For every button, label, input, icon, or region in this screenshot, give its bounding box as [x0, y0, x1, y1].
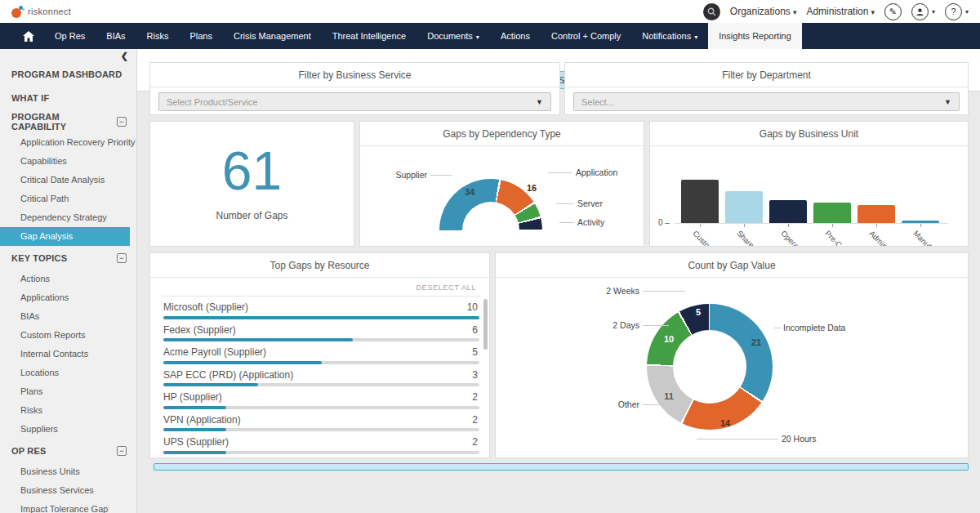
resource-label: Acme Payroll (Supplier)	[163, 346, 266, 358]
nav-item-actions[interactable]: Actions	[490, 23, 541, 49]
bar-administra[interactable]	[858, 205, 895, 223]
resource-label: SAP ECC (PRD) (Application)	[163, 369, 293, 381]
nav-item-risks[interactable]: Risks	[136, 23, 180, 49]
callout-line	[643, 325, 669, 326]
chevron-down-icon: ▾	[476, 33, 479, 41]
sidebar-item-applications[interactable]: Applications	[0, 288, 136, 307]
bar-operations[interactable]	[769, 200, 807, 223]
chevron-down-icon: ▼	[944, 98, 951, 106]
resource-bar-track	[163, 428, 479, 431]
sidebar-item-critical-date-analysis[interactable]: Critical Date Analysis	[0, 171, 136, 190]
chevron-down-icon: ▾	[871, 8, 875, 16]
help-icon[interactable]: ?	[945, 3, 962, 20]
sidebar-item-suppliers[interactable]: Suppliers	[0, 420, 136, 439]
sidebar-collapse-icon[interactable]: ❮	[0, 49, 136, 62]
sidebar-item-bias[interactable]: BIAs	[0, 307, 136, 326]
nav-item-insights-reporting[interactable]: Insights Reporting	[708, 23, 802, 49]
sidebar-item-actions[interactable]: Actions	[0, 270, 136, 288]
bar-label: Operations	[779, 229, 813, 247]
sidebar-section-op-res[interactable]: OP RES−	[0, 439, 136, 462]
bar-label: Pre-Commer...	[823, 229, 865, 247]
divider	[162, 296, 481, 297]
resource-bar-track	[163, 361, 479, 364]
resource-bar-fill	[163, 406, 226, 409]
card-title: Gaps by Dependency Type	[360, 122, 644, 146]
sidebar-item-application-recovery-priority[interactable]: Application Recovery Priority	[0, 133, 136, 152]
collapse-section-icon[interactable]: −	[117, 253, 127, 263]
filter-department-card: Filter by Department Select... ▼	[564, 62, 969, 115]
deselect-all-button[interactable]: DESELECT ALL	[416, 283, 476, 292]
resource-label: UPS (Supplier)	[163, 436, 229, 448]
nav-item-op-res[interactable]: Op Res	[44, 23, 96, 49]
sidebar-section-program-capability[interactable]: PROGRAM CAPABILITY−	[0, 109, 136, 133]
user-icon[interactable]	[911, 3, 929, 20]
top-gaps-row-sap-ecc-prd-application[interactable]: SAP ECC (PRD) (Application)3	[150, 367, 490, 390]
search-icon[interactable]	[703, 3, 720, 20]
nav-item-threat-intelligence[interactable]: Threat Intelligence	[322, 23, 417, 49]
top-gaps-row-s04prod-server[interactable]: S04prod (Server)2	[150, 457, 490, 459]
nav-item-notifications[interactable]: Notifications▾	[631, 23, 708, 49]
bar-manufactur[interactable]	[902, 221, 939, 223]
bar-label: Shared Ser...	[735, 229, 773, 247]
top-gaps-row-hp-supplier[interactable]: HP (Supplier)2	[150, 389, 490, 412]
top-gaps-row-ups-supplier[interactable]: UPS (Supplier)2	[150, 434, 490, 457]
sidebar-item-business-units[interactable]: Business Units	[0, 462, 136, 481]
sidebar-item-dependency-strategy[interactable]: Dependency Strategy	[0, 208, 136, 227]
axis-tick	[832, 224, 833, 227]
administration-menu[interactable]: Administration▾	[806, 6, 875, 17]
compose-icon[interactable]: ✎	[884, 3, 902, 20]
resource-bar-track	[163, 338, 479, 341]
nav-item-documents[interactable]: Documents▾	[416, 23, 490, 49]
brand-logo[interactable]: riskonnect	[11, 6, 71, 18]
nav-item-bias[interactable]: BIAs	[96, 23, 136, 49]
home-icon[interactable]	[13, 23, 44, 49]
sidebar-section-key-topics[interactable]: KEY TOPICS−	[0, 246, 136, 270]
sidebar-item-critical-path[interactable]: Critical Path	[0, 190, 136, 208]
bar-shared-ser[interactable]	[725, 191, 763, 223]
sidebar-item-internal-contacts[interactable]: Internal Contacts	[0, 345, 136, 364]
sidebar-item-business-services[interactable]: Business Services	[0, 481, 136, 500]
sidebar-section-what-if[interactable]: WHAT IF	[0, 86, 136, 109]
bar-pre-commer[interactable]	[813, 203, 851, 223]
nav-item-plans[interactable]: Plans	[179, 23, 223, 49]
sidebar-item-plans[interactable]: Plans	[0, 382, 136, 401]
row-text: S04prod (Server)2	[150, 457, 490, 459]
filter-business-service-card: Filter by Business Service Select Produc…	[149, 62, 560, 115]
top-gaps-row-fedex-supplier[interactable]: Fedex (Supplier)6	[150, 322, 490, 345]
bar-label: Customer Ops	[691, 229, 733, 247]
organizations-menu[interactable]: Organizations▾	[730, 6, 797, 17]
brand-name: riskonnect	[28, 7, 71, 16]
callout-line	[697, 439, 778, 439]
x-axis-line	[675, 223, 948, 224]
callout-line	[643, 291, 685, 292]
resource-label: Microsoft (Supplier)	[163, 301, 248, 313]
resource-bar-track	[163, 406, 479, 409]
list-scrollbar[interactable]	[483, 299, 488, 350]
sidebar: ❮ PROGRAM DASHBOARDWHAT IFPROGRAM CAPABI…	[0, 49, 137, 513]
segment-label: Other	[577, 399, 639, 409]
top-gaps-row-vpn-application[interactable]: VPN (Application)2	[150, 412, 490, 435]
bar-label: Administra...	[867, 229, 904, 247]
resource-value: 6	[472, 324, 478, 336]
sidebar-section-program-dashboard[interactable]: PROGRAM DASHBOARD	[0, 62, 136, 86]
row-text: VPN (Application)2	[150, 412, 490, 426]
segment-label: Application	[576, 167, 617, 177]
segment-value: 6	[549, 206, 554, 216]
sidebar-item-locations[interactable]: Locations	[0, 364, 136, 382]
collapse-section-icon[interactable]: −	[117, 446, 127, 456]
sidebar-item-custom-reports[interactable]: Custom Reports	[0, 326, 136, 345]
top-gaps-row-acme-payroll-supplier[interactable]: Acme Payroll (Supplier)5	[150, 344, 490, 367]
collapse-section-icon[interactable]: −	[117, 117, 127, 127]
department-select[interactable]: Select... ▼	[573, 92, 960, 111]
business-unit-card: Gaps by Business Unit 0 – Customer OpsSh…	[649, 121, 969, 247]
sidebar-item-impact-tolerance-gap[interactable]: Impact Tolerance Gap	[0, 500, 136, 513]
business-service-select[interactable]: Select Product/Service ▼	[158, 92, 551, 111]
top-gaps-row-microsoft-supplier[interactable]: Microsoft (Supplier)10	[150, 299, 490, 322]
sidebar-item-gap-analysis[interactable]: Gap Analysis	[0, 227, 130, 246]
card-title: Gaps by Business Unit	[650, 122, 968, 146]
bar-customer-ops[interactable]	[681, 180, 719, 223]
nav-item-crisis-management[interactable]: Crisis Management	[223, 23, 322, 49]
sidebar-item-risks[interactable]: Risks	[0, 401, 136, 420]
nav-item-control-comply[interactable]: Control + Comply	[541, 23, 631, 49]
sidebar-item-capabilities[interactable]: Capabilities	[0, 152, 136, 171]
